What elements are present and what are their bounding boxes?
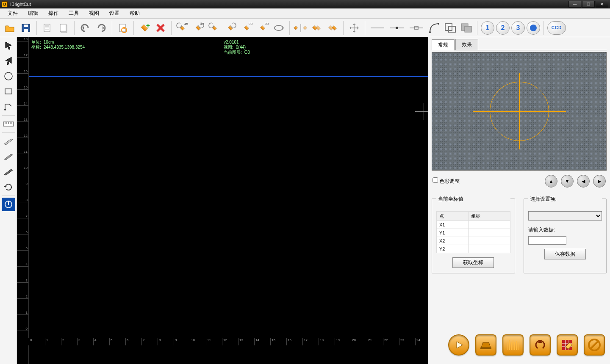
open-file-button[interactable] bbox=[3, 21, 17, 35]
crosshair-icon bbox=[415, 103, 428, 120]
target-reticle-icon bbox=[490, 82, 549, 141]
rotate-cw-button[interactable] bbox=[223, 21, 238, 35]
save-button[interactable] bbox=[19, 21, 33, 35]
minimize-button[interactable]: — bbox=[568, 1, 581, 8]
line-medium-button[interactable] bbox=[388, 21, 406, 35]
close-button[interactable]: ✕ bbox=[596, 1, 608, 8]
unit-overlay: 单位: 10cm 坐标: 2448.4935,1398.3254 bbox=[31, 40, 85, 50]
menu-edit[interactable]: 编辑 bbox=[23, 8, 43, 18]
arrow-down-button[interactable]: ▼ bbox=[561, 175, 574, 188]
arrow-up-button[interactable]: ▲ bbox=[545, 175, 557, 188]
knife-b-tool[interactable] bbox=[2, 150, 15, 163]
table-row: X2 bbox=[437, 237, 510, 245]
forbidden-button[interactable] bbox=[584, 334, 605, 356]
intersect-button[interactable] bbox=[443, 21, 458, 35]
svg-rect-19 bbox=[465, 26, 471, 32]
settings-group-label: 选择设置项: bbox=[528, 196, 602, 203]
table-row: X1 bbox=[437, 221, 510, 229]
tab-normal[interactable]: 常规 bbox=[432, 39, 455, 50]
undo-button[interactable] bbox=[78, 21, 92, 35]
line-dash-button[interactable] bbox=[408, 21, 425, 35]
menu-view[interactable]: 视图 bbox=[84, 8, 104, 18]
maximize-button[interactable]: ☐ bbox=[582, 1, 595, 8]
svg-point-14 bbox=[429, 31, 431, 33]
menu-settings[interactable]: 设置 bbox=[104, 8, 125, 18]
svg-rect-2 bbox=[24, 29, 28, 32]
ccd-button[interactable]: CCD bbox=[547, 21, 566, 35]
rectangle-tool[interactable] bbox=[2, 85, 15, 98]
app-logo-icon: B bbox=[2, 1, 8, 7]
arc-button[interactable] bbox=[427, 21, 441, 35]
input-data-label: 请输入数据: bbox=[528, 226, 602, 234]
redo-button[interactable] bbox=[94, 21, 108, 35]
menu-tool[interactable]: 工具 bbox=[64, 8, 84, 18]
delete-object-button[interactable] bbox=[153, 21, 168, 35]
get-coord-button[interactable]: 获取坐标 bbox=[452, 257, 494, 268]
align-left-button[interactable] bbox=[309, 21, 324, 35]
camera-preview bbox=[432, 52, 607, 171]
coord-group-label: 当前坐标值 bbox=[436, 196, 510, 203]
layer-3-button[interactable]: 3 bbox=[511, 21, 525, 35]
settings-select[interactable] bbox=[528, 211, 602, 221]
left-tool-strip bbox=[0, 37, 17, 364]
svg-point-8 bbox=[274, 25, 283, 30]
copy-button[interactable] bbox=[40, 21, 55, 35]
main-toolbar: + 45 45 90 90 1 2 3 CCD bbox=[0, 19, 610, 37]
knife-a-tool[interactable] bbox=[2, 135, 15, 148]
rotate-ccw-45-button[interactable]: 45 bbox=[175, 21, 189, 35]
pointer-reverse-tool[interactable] bbox=[2, 54, 15, 68]
move-button[interactable] bbox=[347, 21, 361, 35]
layer-1-button[interactable]: 1 bbox=[481, 21, 494, 35]
knife-c-tool[interactable] bbox=[2, 165, 15, 179]
play-button[interactable] bbox=[448, 334, 469, 356]
ruler-tool[interactable] bbox=[2, 117, 15, 131]
arrow-right-button[interactable]: ▶ bbox=[593, 175, 606, 188]
fill-button[interactable] bbox=[527, 21, 540, 35]
save-data-button[interactable]: 保存数据 bbox=[544, 249, 586, 259]
rotate-cw-90-button[interactable]: 90 bbox=[255, 21, 270, 35]
scanner-button[interactable] bbox=[475, 334, 496, 356]
free-rotate-button[interactable] bbox=[272, 21, 286, 35]
align-right-button[interactable] bbox=[325, 21, 340, 35]
svg-point-22 bbox=[4, 109, 6, 110]
design-canvas[interactable]: 1817161514131211109876543210 单位: 10cm 坐标… bbox=[17, 37, 428, 364]
grid-edit-button[interactable] bbox=[557, 334, 578, 356]
menu-operate[interactable]: 操作 bbox=[43, 8, 64, 18]
col-point: 点 bbox=[437, 212, 469, 221]
rotate-up-button[interactable] bbox=[530, 334, 551, 356]
tab-effect[interactable]: 效果 bbox=[455, 39, 478, 50]
polyline-tool[interactable] bbox=[2, 100, 15, 113]
line-thin-button[interactable] bbox=[369, 21, 386, 35]
rotate-ccw-button[interactable] bbox=[207, 21, 222, 35]
rotate-ccw-90-button[interactable]: 90 bbox=[239, 21, 254, 35]
svg-rect-25 bbox=[480, 347, 491, 349]
paste-button[interactable] bbox=[56, 21, 71, 35]
circle-tool[interactable] bbox=[2, 69, 15, 83]
data-input[interactable] bbox=[528, 236, 566, 245]
union-button[interactable] bbox=[459, 21, 474, 35]
add-object-button[interactable]: + bbox=[137, 21, 152, 35]
action-button-row bbox=[432, 331, 607, 363]
coord-table: 点坐标 X1 Y1 X2 Y2 bbox=[436, 211, 510, 253]
svg-rect-21 bbox=[5, 89, 12, 94]
refresh-doc-button[interactable] bbox=[116, 21, 130, 35]
horizontal-ruler: 0123456789101112131415161718192021222324 bbox=[17, 338, 428, 345]
right-panel: 常规 效果 色彩调整 ▲ ▼ ◀ ▶ 当前坐标值 点坐标 X1 Y1 bbox=[428, 37, 610, 364]
grating-button[interactable] bbox=[502, 334, 524, 356]
mirror-h-button[interactable] bbox=[293, 21, 308, 35]
vertical-ruler: 1817161514131211109876543210 bbox=[17, 37, 29, 364]
table-row: Y2 bbox=[437, 245, 510, 253]
pointer-tool[interactable] bbox=[2, 39, 15, 52]
guide-line bbox=[29, 76, 428, 77]
menu-file[interactable]: 文件 bbox=[3, 8, 23, 18]
titlebar: B IBrightCut — ☐ ✕ bbox=[0, 0, 610, 8]
power-tool[interactable] bbox=[2, 198, 15, 211]
menu-help[interactable]: 帮助 bbox=[125, 8, 145, 18]
table-row: Y1 bbox=[437, 229, 510, 237]
layer-2-button[interactable]: 2 bbox=[496, 21, 510, 35]
refresh-tool[interactable] bbox=[2, 180, 15, 194]
arrow-left-button[interactable]: ◀ bbox=[577, 175, 590, 188]
color-adjust-checkbox[interactable]: 色彩调整 bbox=[433, 177, 460, 185]
version-overlay: v2.0101 视图: 0(44) 当前图层: O0 bbox=[224, 40, 250, 55]
rotate-cw-45-button[interactable]: 45 bbox=[191, 21, 205, 35]
